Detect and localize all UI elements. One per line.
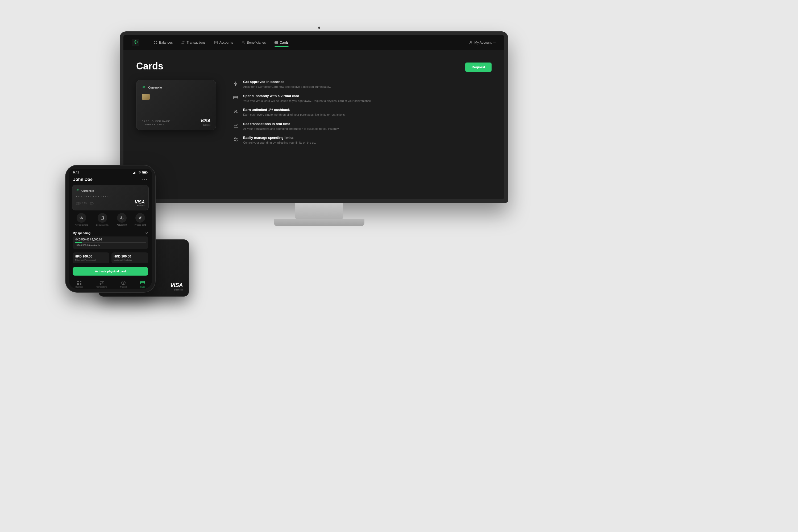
phone-card-brand-icon	[76, 189, 80, 193]
phone-status-icons	[133, 171, 148, 174]
chart-icon	[232, 122, 240, 129]
nav-cards-icon	[140, 280, 145, 285]
phone-wrapper: 9:41	[65, 165, 156, 292]
phone-nav-transfer[interactable]: Transfer	[120, 280, 127, 288]
svg-rect-3	[154, 43, 155, 44]
battery-icon	[142, 171, 148, 174]
features-list: Get approved in seconds Apply for a Curr…	[232, 80, 492, 145]
nav-item-beneficiaries[interactable]: Beneficiaries	[238, 39, 270, 46]
svg-line-15	[234, 110, 237, 113]
phone-spending-limit: HKD 500.00 / 5,000.00	[75, 238, 102, 241]
virtual-card-visa: VISA Business	[200, 118, 210, 126]
content-area: Currenxie CARDHOLDER NAME COMPANY NAME V…	[136, 80, 492, 145]
feature-virtual-title: Spend instantly with a virtual card	[243, 94, 492, 98]
feature-approved: Get approved in seconds Apply for a Curr…	[232, 80, 492, 89]
phone-action-copy[interactable]: Copy card no.	[96, 213, 109, 226]
chevron-down-icon	[493, 41, 496, 44]
virtual-card-bottom: CARDHOLDER NAME COMPANY NAME VISA Busine…	[142, 118, 210, 126]
nav-item-cards[interactable]: Cards	[271, 39, 292, 46]
adjust-label: Adjust limit	[117, 224, 127, 226]
phone-card-actions: Reveal details Copy card no.	[69, 210, 152, 229]
feature-virtual-desc: Your free virtual card will be issued to…	[243, 99, 492, 103]
physical-visa-text: VISA	[170, 282, 183, 289]
phone-nav-cards[interactable]: Cards	[140, 280, 145, 288]
user-icon	[469, 41, 473, 44]
card-brand-icon	[142, 86, 146, 90]
nav-item-transactions[interactable]: Transactions	[177, 39, 209, 46]
svg-rect-40	[80, 281, 81, 282]
nav-label-balances: Balances	[159, 41, 173, 44]
feature-cashback-desc: Earn cash every single month on all of y…	[243, 113, 492, 117]
expand-icon[interactable]	[145, 231, 148, 235]
svg-point-10	[470, 41, 472, 42]
svg-rect-22	[134, 172, 135, 174]
monitor-screen: Balances Transactions	[124, 35, 504, 199]
adjust-icon	[120, 216, 124, 220]
virtual-card: Currenxie CARDHOLDER NAME COMPANY NAME V…	[136, 80, 216, 130]
person-icon	[242, 41, 245, 44]
sliders-icon	[232, 136, 240, 143]
monitor-wrapper: Balances Transactions	[120, 26, 519, 226]
monitor-camera	[318, 26, 320, 29]
reveal-label: Reveal details	[75, 224, 88, 226]
phone-cashback-last-month: HKD 100.00 Last month's status	[111, 252, 148, 263]
grid-icon	[154, 41, 157, 44]
feature-realtime: See transactions in real-time All your t…	[232, 122, 492, 131]
nav-my-account[interactable]: My Account	[469, 41, 496, 44]
svg-rect-2	[156, 41, 157, 42]
phone-user-name: John Doe	[73, 177, 93, 182]
phone-spending-available: HKD 4,500.00 available	[75, 244, 146, 247]
svg-rect-30	[101, 217, 103, 220]
phone-time: 9:41	[73, 171, 79, 174]
nav-label-cards: Cards	[280, 41, 289, 44]
svg-rect-24	[136, 171, 136, 174]
svg-rect-26	[147, 172, 148, 173]
nav-logo[interactable]	[132, 39, 139, 46]
feature-realtime-desc: All your transactions and spending infor…	[243, 127, 492, 131]
phone-menu-dots[interactable]: ···	[142, 177, 148, 182]
svg-rect-41	[77, 283, 79, 285]
feature-limits: Easily manage spending limits Control yo…	[232, 136, 492, 145]
svg-rect-11	[233, 96, 238, 99]
svg-rect-5	[214, 41, 217, 44]
nav-items: Balances Transactions	[150, 39, 469, 46]
phone-action-reveal[interactable]: Reveal details	[75, 213, 88, 226]
phone-action-adjust[interactable]: Adjust limit	[117, 213, 127, 226]
svg-point-33	[121, 216, 122, 217]
phone-nav-balances[interactable]: Balances	[76, 280, 83, 288]
freeze-label: Freeze card	[135, 224, 146, 226]
svg-point-13	[234, 110, 235, 111]
svg-point-7	[243, 41, 244, 43]
nav-bar: Balances Transactions	[124, 35, 504, 50]
nav-item-balances[interactable]: Balances	[150, 39, 176, 46]
phone-spending-title: My spending	[73, 231, 91, 234]
svg-rect-8	[275, 41, 278, 44]
svg-rect-39	[77, 281, 79, 282]
svg-point-14	[236, 112, 237, 113]
svg-rect-42	[80, 283, 81, 285]
feature-virtual: Spend instantly with a virtual card Your…	[232, 94, 492, 103]
phone-card-bottom: VALID THRU ••/•• CVV ••• VISA Business	[76, 200, 145, 206]
phone-visa-biz: Business	[135, 205, 145, 206]
visa-logo: VISA	[200, 118, 210, 124]
phone-card: Currenxie •••• •••• •••• •••• VALID THRU…	[72, 185, 149, 210]
feature-approved-desc: Apply for a Currenxie Card now and recei…	[243, 84, 492, 89]
arrows-icon	[181, 41, 185, 44]
bolt-icon	[232, 80, 240, 87]
phone-card-valid: VALID THRU ••/••	[76, 202, 87, 206]
request-button[interactable]: Request	[465, 62, 492, 72]
activate-physical-card-button[interactable]: Activate physical card	[73, 267, 148, 276]
physical-card-visa: VISA Business	[170, 282, 183, 291]
phone-nav-transactions[interactable]: Transactions	[96, 280, 107, 288]
nav-item-accounts[interactable]: Accounts	[210, 39, 237, 46]
cashback-last-month-amount: HKD 100.00	[114, 254, 146, 258]
copy-label: Copy card no.	[96, 224, 109, 226]
feature-approved-text: Get approved in seconds Apply for a Curr…	[243, 80, 492, 89]
phone-card-cvv: CVV •••	[90, 202, 94, 206]
card-icon	[274, 41, 278, 44]
phone-action-freeze[interactable]: Freeze card	[135, 213, 146, 226]
nav-transfer-icon	[121, 280, 126, 285]
phone-nav-transfer-label: Transfer	[120, 286, 127, 288]
my-account-label: My Account	[474, 41, 492, 44]
visa-business-label: Business	[200, 124, 210, 126]
